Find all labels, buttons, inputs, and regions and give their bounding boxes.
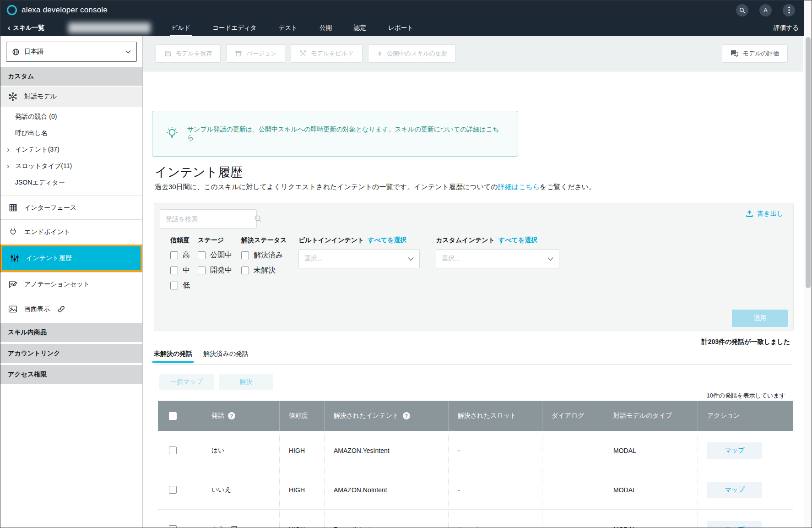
sidebar-item-display[interactable]: 画面表示	[0, 296, 142, 322]
checkbox-live[interactable]	[198, 251, 206, 259]
skill-name-redacted	[68, 22, 151, 33]
sidebar-subitem-json-editor[interactable]: JSONエディター	[0, 174, 142, 191]
sidebar-subitem-utterance-conflicts[interactable]: 発話の競合 (0)	[0, 109, 142, 125]
top-header: alexa developer console A ‹ スキル一覧 ビルド コー…	[0, 0, 812, 36]
header-row-primary: alexa developer console A	[0, 0, 812, 20]
custom-intent-label: カスタムインテント	[436, 236, 495, 244]
checkbox-unresolved[interactable]	[241, 267, 249, 274]
sidebar-subitem-slot-types[interactable]: ›スロットタイプ(11)	[0, 158, 142, 174]
sidebar-item-label: 画面表示	[24, 305, 50, 313]
tab-unresolved-utterances[interactable]: 未解決の発話	[154, 350, 192, 363]
back-to-skills-link[interactable]: ‹ スキル一覧	[8, 24, 44, 32]
cell-confidence: HIGH	[279, 510, 324, 528]
map-button[interactable]: マップ	[707, 482, 762, 498]
sidebar-subitem-intents[interactable]: ›インテント(37)	[0, 142, 142, 158]
utterance-search-input[interactable]	[160, 215, 254, 223]
version-button[interactable]: バージョン	[226, 44, 285, 63]
sidebar-item-annotation-sets[interactable]: アノテーションセット	[0, 272, 142, 296]
avatar[interactable]: A	[759, 4, 772, 16]
cell-intent: AMAZON.YesIntent	[324, 431, 448, 470]
custom-select-all-link[interactable]: すべてを選択	[498, 236, 537, 244]
stage-label: ステージ	[198, 236, 232, 245]
sidebar-item-label: エンドポイント	[24, 228, 70, 236]
description-details-link[interactable]: 詳細はこちら	[498, 183, 540, 191]
cell-action: マップ	[698, 470, 793, 509]
export-label: 書き出し	[757, 210, 783, 218]
sidebar-item-label: 対話モデル	[24, 93, 57, 101]
checkbox-low[interactable]	[170, 282, 178, 289]
kebab-menu-icon	[788, 6, 790, 14]
checkbox-development[interactable]	[198, 267, 206, 274]
cell-slot: -	[448, 431, 542, 470]
back-to-skills-label: スキル一覧	[13, 24, 44, 32]
map-button[interactable]: マップ	[707, 521, 762, 528]
tab-analytics[interactable]: レポート	[388, 20, 413, 36]
sidebar-item-label: インターフェース	[24, 204, 76, 212]
tab-resolved-utterances[interactable]: 解決済みの発話	[203, 350, 249, 363]
help-icon[interactable]: ?	[228, 412, 235, 419]
cell-utterance: はい	[202, 431, 279, 470]
checkbox-label: 中	[183, 266, 190, 275]
table-row: はい HIGH AMAZON.YesIntent - MODAL マップ	[158, 431, 793, 470]
cell-confidence: HIGH	[279, 431, 324, 470]
sidebar-item-intent-history[interactable]: インテント履歴	[0, 245, 142, 272]
builtin-select-placeholder: 選択...	[304, 255, 323, 263]
rate-console-link[interactable]: 評価する	[774, 24, 804, 32]
builtin-select-all-link[interactable]: すべてを選択	[368, 236, 406, 244]
resolve-button[interactable]: 解決	[219, 374, 273, 390]
tab-code-editor[interactable]: コードエディタ	[212, 20, 256, 36]
checkbox-label: 開発中	[210, 266, 232, 275]
bulk-map-button[interactable]: 一括マップ	[159, 374, 214, 390]
custom-intent-label-row: カスタムインテントすべてを選択	[436, 236, 559, 245]
scrollbar-thumb[interactable]	[806, 37, 811, 288]
checkbox-label: 高	[183, 250, 190, 260]
language-value: 日本語	[24, 48, 43, 56]
tab-build[interactable]: ビルド	[172, 20, 190, 36]
subitem-label: インテント(37)	[15, 146, 60, 154]
evaluate-model-button[interactable]: モデルの評価	[722, 44, 788, 63]
apply-button[interactable]: 適用	[732, 310, 788, 327]
build-model-button[interactable]: モデルをビルド	[291, 44, 362, 63]
version-archive-icon	[235, 50, 242, 57]
browser-window: alexa developer console A ‹ スキル一覧 ビルド コー…	[0, 0, 812, 528]
chevron-down-icon	[125, 50, 131, 54]
filter-group-builtin-intent: ビルトインインテントすべてを選択 選択...	[298, 236, 420, 268]
language-select[interactable]: 日本語	[6, 42, 137, 62]
cell-action: マップ	[698, 510, 793, 528]
custom-select-placeholder: 選択...	[442, 255, 460, 263]
tab-certification[interactable]: 認定	[354, 20, 366, 36]
help-icon[interactable]: ?	[403, 412, 410, 419]
page-scrollbar[interactable]	[804, 0, 812, 528]
row-checkbox[interactable]	[169, 525, 177, 528]
checkbox-medium[interactable]	[170, 267, 178, 274]
cell-dialog	[542, 470, 604, 509]
sidebar-subitem-invocation-name[interactable]: 呼び出し名	[0, 125, 142, 142]
sidebar-section-account-linking[interactable]: アカウントリンク	[0, 344, 142, 364]
row-checkbox[interactable]	[169, 446, 177, 454]
sidebar-section-permissions[interactable]: アクセス権限	[0, 365, 142, 385]
interaction-model-sublist: 発話の競合 (0) 呼び出し名 ›インテント(37) ›スロットタイプ(11) …	[0, 107, 142, 196]
row-checkbox-cell	[158, 431, 202, 470]
save-model-button[interactable]: モデルを保存	[156, 44, 221, 63]
row-checkbox[interactable]	[169, 486, 177, 494]
sidebar-item-interaction-model[interactable]: 対話モデル	[0, 87, 142, 107]
cell-model-type: MODAL	[604, 470, 698, 509]
search-icon[interactable]	[254, 215, 267, 223]
builtin-intent-select[interactable]: 選択...	[298, 249, 420, 268]
search-button[interactable]	[736, 4, 748, 16]
export-link[interactable]: 書き出し	[746, 210, 783, 218]
checkbox-resolved[interactable]	[241, 251, 249, 259]
sidebar: 日本語 カスタム 対話モデル 発話の競合 (0) 呼び出し名 ›インテント(37…	[0, 36, 143, 528]
checkbox-high[interactable]	[170, 251, 178, 259]
update-live-skill-button[interactable]: 公開中のスキルの更新	[368, 44, 456, 63]
tab-test[interactable]: テスト	[279, 20, 298, 36]
map-button[interactable]: マップ	[707, 442, 762, 459]
kebab-menu-button[interactable]	[783, 4, 795, 16]
sidebar-item-endpoint[interactable]: エンドポイント	[0, 219, 142, 245]
showing-count: 10件の発話を表示しています	[706, 392, 785, 400]
tab-distribution[interactable]: 公開	[319, 20, 332, 36]
sidebar-item-interfaces[interactable]: インターフェース	[0, 196, 142, 219]
sidebar-section-isp[interactable]: スキル内商品	[0, 323, 142, 343]
select-all-checkbox[interactable]	[169, 412, 177, 420]
custom-intent-select[interactable]: 選択...	[436, 249, 559, 268]
